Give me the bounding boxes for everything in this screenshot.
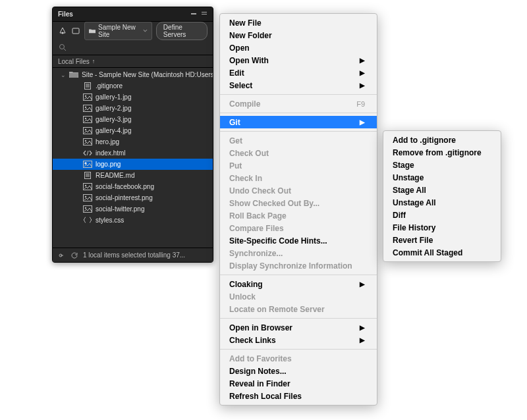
file-name: gallery-2.jpg [96, 105, 131, 112]
submenu-item-diff[interactable]: Diff [383, 209, 501, 221]
submenu-item-revert-file[interactable]: Revert File [383, 234, 501, 246]
image-icon [83, 183, 92, 191]
submenu-item-unstage[interactable]: Unstage [383, 171, 501, 184]
menu-item-check-out: Check Out [220, 147, 377, 159]
menu-separator [220, 275, 377, 275]
filter-icon[interactable] [58, 43, 67, 52]
panel-title: Files [58, 7, 73, 22]
svg-point-14 [85, 107, 86, 108]
menu-label: Stage [393, 161, 414, 170]
file-name: .gitignore [96, 82, 123, 90]
chevron-right-icon: ▶ [360, 324, 365, 331]
menu-item-git[interactable]: Git▶ [220, 116, 377, 128]
menu-label: Open [229, 43, 250, 53]
files-panel: Files Sample New Site Define Servers [52, 7, 213, 263]
menu-label: Get [229, 136, 242, 145]
image-icon [83, 93, 92, 101]
status-text: 1 local items selected totalling 37... [83, 251, 209, 259]
menu-label: Check Out [229, 149, 269, 158]
menu-item-check-links[interactable]: Check Links▶ [220, 334, 377, 346]
define-servers-label: Define Servers [163, 24, 186, 38]
menu-item-reveal-in-finder[interactable]: Reveal in Finder [220, 377, 377, 390]
submenu-item-unstage-all[interactable]: Unstage All [383, 196, 501, 209]
menu-item-compile: CompileF9 [220, 97, 377, 110]
menu-label: Show Checked Out By... [229, 199, 319, 208]
submenu-item-stage-all[interactable]: Stage All [383, 184, 501, 196]
svg-point-5 [60, 45, 65, 49]
file-row[interactable]: logo.png [53, 159, 213, 170]
menu-label: Display Synchronize Information [229, 261, 352, 271]
file-row[interactable]: .gitignore [53, 80, 213, 92]
submenu-item-add-to-gitignore[interactable]: Add to .gitignore [383, 134, 501, 146]
menu-label: Compile [229, 99, 260, 109]
menu-item-design-notes[interactable]: Design Notes... [220, 365, 377, 377]
menu-label: Reveal in Finder [229, 379, 291, 388]
file-row[interactable]: social-pinterest.png [53, 192, 213, 203]
file-row[interactable]: gallery-3.jpg [53, 114, 213, 125]
image-icon [83, 138, 92, 146]
file-name: gallery-4.jpg [96, 127, 131, 134]
menu-item-locate-on-remote-server: Locate on Remote Server [220, 303, 377, 315]
menu-label: Revert File [393, 236, 433, 245]
submenu-item-stage[interactable]: Stage [383, 159, 501, 171]
file-row[interactable]: social-facebook.png [53, 181, 213, 192]
file-row[interactable]: gallery-2.jpg [53, 103, 213, 114]
refresh-icon[interactable] [70, 251, 79, 260]
site-selector[interactable]: Sample New Site [84, 22, 152, 40]
menu-label: Compare Files [229, 224, 284, 233]
menu-item-new-file[interactable]: New File [220, 16, 377, 29]
svg-rect-1 [202, 12, 207, 13]
link-icon[interactable] [57, 251, 66, 260]
menu-item-check-in: Check In [220, 172, 377, 184]
menu-label: Open With [229, 56, 269, 65]
menu-item-open-in-browser[interactable]: Open in Browser▶ [220, 321, 377, 334]
menu-label: Commit All Staged [393, 248, 462, 257]
menu-item-new-folder[interactable]: New Folder [220, 29, 377, 41]
menu-label: Open in Browser [229, 323, 292, 332]
menu-label: Roll Back Page [229, 211, 287, 221]
disclosure-open-icon[interactable]: ⌄ [61, 72, 66, 78]
menu-item-open[interactable]: Open [220, 41, 377, 54]
image-icon [83, 205, 92, 213]
file-row[interactable]: index.html [53, 147, 213, 159]
menu-item-select[interactable]: Select▶ [220, 79, 377, 92]
submenu-item-commit-all-staged[interactable]: Commit All Staged [383, 246, 501, 259]
menu-label: Unstage All [393, 198, 436, 207]
file-row[interactable]: social-twitter.png [53, 203, 213, 215]
show-local-icon[interactable] [58, 26, 67, 36]
file-tree: ⌄ Site - Sample New Site (Macintosh HD:U… [53, 68, 213, 227]
menu-item-refresh-local-files[interactable]: Refresh Local Files [220, 390, 377, 402]
menu-item-undo-check-out: Undo Check Out [220, 184, 377, 197]
file-name: index.html [96, 149, 126, 157]
html-icon [83, 149, 92, 157]
menu-separator [220, 94, 377, 95]
submenu-item-remove-from-gitignore[interactable]: Remove from .gitignore [383, 146, 501, 159]
file-row[interactable]: README.md [53, 170, 213, 181]
file-row[interactable]: styles.css [53, 215, 213, 226]
menu-label: Edit [229, 68, 244, 78]
menu-label: Add to .gitignore [393, 136, 456, 145]
menu-item-show-checked-out-by: Show Checked Out By... [220, 197, 377, 209]
submenu-item-file-history[interactable]: File History [383, 221, 501, 234]
menu-item-put: Put [220, 159, 377, 172]
local-files-header[interactable]: Local Files ↑ [53, 55, 213, 68]
file-row[interactable]: gallery-4.jpg [53, 125, 213, 136]
menu-item-cloaking[interactable]: Cloaking▶ [220, 278, 377, 290]
panel-min-icon[interactable] [190, 7, 197, 22]
svg-point-23 [85, 163, 86, 164]
chevron-right-icon: ▶ [360, 336, 365, 344]
file-name: social-twitter.png [96, 205, 144, 213]
file-icon [83, 82, 92, 90]
tree-root[interactable]: ⌄ Site - Sample New Site (Macintosh HD:U… [53, 69, 213, 80]
file-row[interactable]: hero.jpg [53, 136, 213, 147]
image-icon [83, 127, 92, 135]
panel-menu-icon[interactable] [201, 7, 208, 22]
menu-item-open-with[interactable]: Open With▶ [220, 54, 377, 66]
ftp-icon[interactable] [71, 26, 80, 36]
file-row[interactable]: gallery-1.jpg [53, 92, 213, 103]
menu-item-edit[interactable]: Edit▶ [220, 66, 377, 79]
menu-item-site-specific-code-hints[interactable]: Site-Specific Code Hints... [220, 234, 377, 247]
define-servers-button[interactable]: Define Servers [156, 22, 208, 40]
svg-rect-4 [72, 28, 79, 34]
svg-point-16 [85, 118, 86, 119]
